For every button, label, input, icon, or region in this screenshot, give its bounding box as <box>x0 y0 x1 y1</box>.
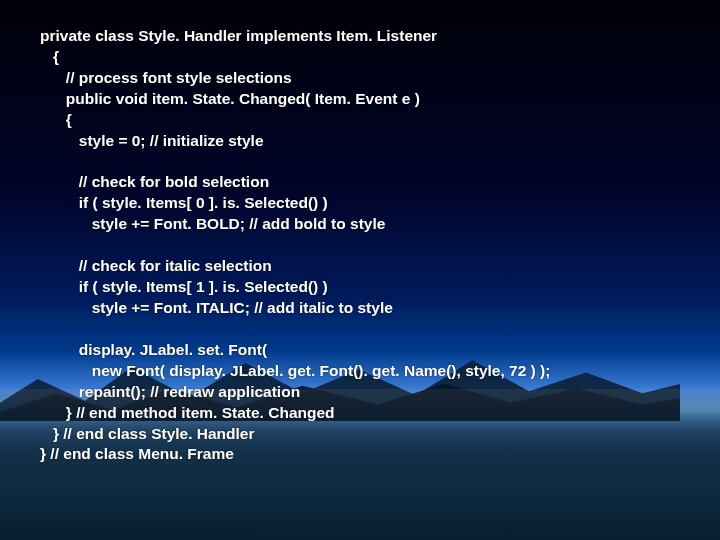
slide: private class Style. Handler implements … <box>0 0 720 540</box>
code-line: // check for italic selection <box>40 257 272 274</box>
code-line: if ( style. Items[ 1 ]. is. Selected() ) <box>40 278 328 295</box>
code-line: { <box>40 48 59 65</box>
code-line: if ( style. Items[ 0 ]. is. Selected() ) <box>40 194 328 211</box>
code-line: { <box>40 111 72 128</box>
code-line: style += Font. BOLD; // add bold to styl… <box>40 215 385 232</box>
code-line: repaint(); // redraw application <box>40 383 300 400</box>
code-line: public void item. State. Changed( Item. … <box>40 90 420 107</box>
code-line: } // end method item. State. Changed <box>40 404 335 421</box>
code-line: } // end class Style. Handler <box>40 425 255 442</box>
code-line: // check for bold selection <box>40 173 269 190</box>
code-line: // process font style selections <box>40 69 292 86</box>
code-line: new Font( display. JLabel. get. Font(). … <box>40 362 550 379</box>
code-line: style += Font. ITALIC; // add italic to … <box>40 299 393 316</box>
code-line: } // end class Menu. Frame <box>40 445 234 462</box>
code-line: display. JLabel. set. Font( <box>40 341 267 358</box>
code-block: private class Style. Handler implements … <box>40 26 680 465</box>
code-line: private class Style. Handler implements … <box>40 27 437 44</box>
code-line: style = 0; // initialize style <box>40 132 264 149</box>
